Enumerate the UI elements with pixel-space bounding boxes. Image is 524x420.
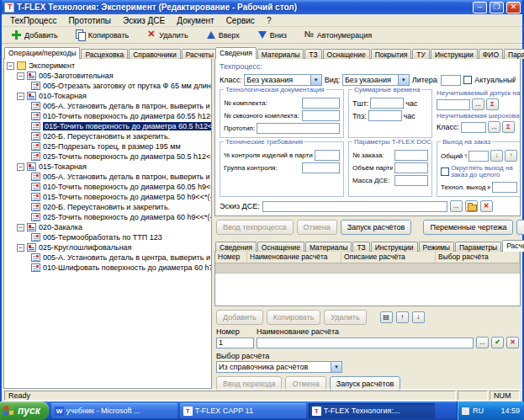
mass-dse-input[interactable] [394,175,428,186]
control-group-input[interactable] [302,162,340,173]
tree-item[interactable]: 005-Термообработать по ТТП 123 [5,232,211,242]
details-tab-2[interactable]: ТЗ [304,49,321,59]
step-tab-5[interactable]: Режимы [419,242,454,252]
tree-item[interactable]: 015-Точить поверхность до диаметра 60.5 … [5,121,211,131]
menu-item-3[interactable]: Документ [171,16,220,25]
form-tp-button[interactable]: Формирование ТП [516,220,524,235]
row-up-button[interactable]: ↑ [396,311,409,323]
tree-item[interactable]: −020-Закалка [5,222,211,232]
row-down-button[interactable]: ↓ [412,311,425,323]
step-tab-6[interactable]: Параметры [455,242,501,252]
tree-item[interactable]: −Эксперимент [5,61,211,71]
enter-process-button[interactable]: Ввод техпроцесса [216,220,294,235]
order-number-input[interactable] [394,150,428,161]
toolbar-copy-button[interactable]: Копировать [72,28,131,42]
roughness-browse-button[interactable]: ... [488,121,500,133]
class-select[interactable]: Без указания▼ [244,74,321,86]
sketch-browse-button[interactable]: ... [450,200,463,212]
collapse-icon[interactable]: − [17,224,24,231]
details-tab-0[interactable]: Сведения [215,47,257,59]
copy-button[interactable]: Копировать [267,310,320,325]
komplekt-input[interactable] [302,98,340,109]
cancel-button[interactable]: Отмена [297,220,337,235]
tree-item[interactable]: −010-Токарная [5,91,211,101]
tolerance-input[interactable] [437,99,470,110]
tree-item[interactable]: 025-Подрезать торец, в размер 195 мм [5,141,211,152]
details-tab-5[interactable]: ТУ [412,49,430,59]
step-tab-4[interactable]: Инструкции [371,242,418,252]
collapse-icon[interactable]: − [17,93,24,100]
tree-item[interactable]: −015-Токарная [5,162,211,172]
roughness-class-input[interactable] [461,122,486,133]
sketch-input[interactable] [262,201,447,212]
tree-item[interactable]: 010-Шлифовать поверхность до диаметра 60… [5,263,211,273]
column-header-0[interactable]: Номер [215,252,247,263]
column-header-1[interactable]: Наименование расчёта [247,252,341,263]
tree-item[interactable]: 025-Точить поверхность до диаметра 60 h9… [5,212,211,222]
menu-item-5[interactable]: ? [261,16,278,25]
sheet-icon-button[interactable]: ▤ [380,311,393,323]
column-header-2[interactable]: Описание расчёта [341,252,436,263]
collapse-icon[interactable]: − [7,62,14,70]
maximize-button[interactable]: ❐ [490,2,504,13]
round-output-checkbox[interactable] [441,167,449,176]
taskbar-task-tech[interactable]: T-FLEX Технология:... [309,403,435,418]
language-indicator[interactable]: RU [473,407,484,415]
menu-item-1[interactable]: Прототипы [62,16,117,25]
close-button[interactable]: ✕ [506,2,521,13]
confirm-button[interactable]: ✔ [491,337,504,348]
tree-item[interactable]: 025-Точить поверхность до диаметра 50.5 … [5,152,211,162]
menu-item-2[interactable]: Эскиз ДСЕ [117,16,171,25]
drawing-variables-button[interactable]: Переменные чертежа [423,220,513,235]
toolbar-up-button[interactable]: Вверх [203,28,242,42]
details-tab-4[interactable]: Покрытия [371,49,412,59]
skvoznoy-komplekt-input[interactable] [302,110,340,121]
details-tab-8[interactable]: Параметры [504,49,524,59]
tree-item[interactable]: 005-А. Установить деталь в центра, вывер… [5,253,211,263]
calc-browse-button[interactable]: ... [476,337,489,348]
minimize-button[interactable]: – [473,2,487,13]
tolerance-browse-button[interactable]: ... [472,98,484,110]
step-tab-0[interactable]: Сведения [215,242,257,252]
step-tab-2[interactable]: Материалы [305,242,352,252]
start-button[interactable]: пуск [0,401,49,420]
tree-item[interactable]: 015-Точить поверхность до диаметра 50 h9… [5,192,211,202]
toolbar-plus-button[interactable]: Добавить [8,28,61,42]
vid-select[interactable]: Без указания▼ [342,74,410,86]
tree-item[interactable]: −005-Заготовительная [5,71,211,81]
batch-volume-input[interactable] [394,162,428,173]
collapse-icon[interactable]: − [17,163,24,171]
tree-item[interactable]: 005-А. Установить деталь в патрон, вывер… [5,172,211,182]
toolbar-autonumber-button[interactable]: Автонумерация [301,28,374,42]
details-tab-3[interactable]: Оснащение [323,49,370,59]
collapse-icon[interactable]: − [17,244,24,252]
calculations-table[interactable]: НомерНаименование расчётаОписание расчёт… [214,251,521,306]
tech-output-input[interactable] [492,182,517,193]
delete-button[interactable]: Удалить [324,310,366,325]
tolerance-sum-button[interactable]: Σ [486,98,499,110]
toolbar-delete-button[interactable]: Удалить [143,28,190,42]
actual-checkbox[interactable] [463,76,472,84]
taskbar-task-capp[interactable]: T-FLEX CAPP 11 [180,403,306,418]
tree-item[interactable]: 020-Б. Переустановить и закрепить. [5,202,211,212]
toolbar-down-button[interactable]: Вниз [254,28,289,42]
prototype-input[interactable] [257,123,340,134]
arrow-up-button[interactable]: ↑ [505,150,517,162]
add-button[interactable]: Добавить [216,310,263,325]
tsht-input[interactable] [370,98,404,109]
left-tab-2[interactable]: Справочники [129,49,181,59]
details-tab-6[interactable]: Инструкции [431,49,478,59]
calc-choice-select[interactable]: Из справочника расчётов▼ [216,361,342,373]
collapse-icon[interactable]: − [17,72,24,80]
calc-name-input[interactable] [257,338,474,348]
sketch-clear-button[interactable]: ✕ [480,200,493,212]
left-tab-3[interactable]: Расчеты [182,49,218,59]
step-tab-3[interactable]: ТЗ [352,242,369,252]
folder-icon[interactable] [465,200,478,212]
tray-icon[interactable] [462,407,469,415]
tree-item[interactable]: 010-Точить поверхность до диаметра 60.55… [5,111,211,121]
tree-item[interactable]: 010-Точить поверхность до диаметра 60.05… [5,182,211,192]
reject-button[interactable]: ✕ [506,337,519,348]
number-input[interactable] [216,338,254,348]
step-tab-1[interactable]: Оснащение [257,242,304,252]
